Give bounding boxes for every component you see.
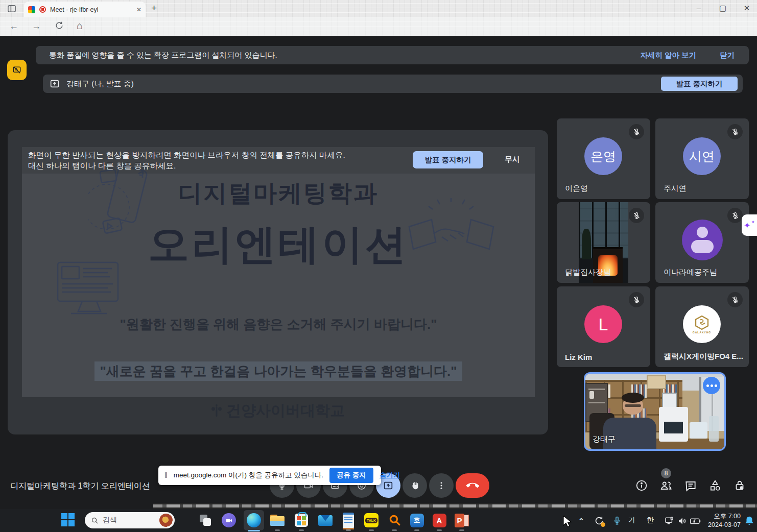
shared-screen-stage: 화면이 무한 반사되는 현상을 방지하려면 화면이나 브라우저 창의 전체를 공… xyxy=(8,130,548,434)
end-call-button[interactable] xyxy=(456,473,489,498)
hide-toast-link[interactable]: 숨기기 xyxy=(380,471,400,480)
taskbar-search-box[interactable]: 검색 xyxy=(85,512,175,528)
search-icon xyxy=(91,517,99,524)
mic-off-icon xyxy=(727,292,743,307)
notification-bell-icon[interactable] xyxy=(744,515,755,527)
avatar-person-icon xyxy=(682,220,723,260)
new-tab-button[interactable]: + xyxy=(151,3,157,14)
avatar: 시연 xyxy=(683,137,721,175)
powerpoint-icon[interactable]: P xyxy=(453,511,471,529)
participants-button[interactable] xyxy=(659,479,673,492)
start-button[interactable] xyxy=(61,513,75,526)
window-maximize-button[interactable]: ▢ xyxy=(715,1,730,15)
pause-sharing-icon[interactable]: ‖ xyxy=(164,471,168,479)
meeting-details-button[interactable] xyxy=(635,479,648,492)
tray-chevron[interactable]: ⌃ xyxy=(578,517,584,525)
tray-clock[interactable]: 오후 7:00 2024-03-07 xyxy=(703,512,741,529)
participant-name: Liz Kim xyxy=(565,353,592,361)
participant-tile[interactable]: 닭발집사장님 xyxy=(557,202,650,283)
mirror-warning-line2: 대신 하나의 탭이나 다른 창을 공유하세요. xyxy=(28,160,345,171)
university-logo-mark xyxy=(211,404,222,418)
hancom-glyph: 호 xyxy=(414,516,420,525)
tab-title: Meet - rje-ifbr-eyi xyxy=(50,6,132,13)
participant-tile[interactable]: L Liz Kim xyxy=(557,286,650,367)
browser-navbar: ← → ⌂ https://meet.google.com/rje-ifbr-e… xyxy=(0,17,757,36)
back-button[interactable]: ← xyxy=(9,20,18,32)
participant-name: 이은영 xyxy=(565,184,588,194)
volume-tray-icon[interactable] xyxy=(677,516,688,526)
presenter-self-view[interactable]: 강태구 xyxy=(584,372,726,451)
display-tray-icon[interactable] xyxy=(664,516,674,526)
tile-more-options-button[interactable] xyxy=(703,377,720,394)
ime-a-indicator[interactable]: 가 xyxy=(628,516,635,525)
window-close-button[interactable]: ✕ xyxy=(739,1,754,15)
mouse-cursor xyxy=(563,516,574,529)
acrobat-icon[interactable]: A xyxy=(430,511,448,529)
person-head-art xyxy=(623,396,643,415)
effects-sparkle-button[interactable]: ✦✦ xyxy=(742,214,757,236)
present-icon xyxy=(49,78,60,89)
activities-button[interactable] xyxy=(708,479,722,492)
extension-warning-banner: 통화 품질에 영향을 줄 수 있는 확장 프로그램이 설치되어 있습니다. 자세… xyxy=(36,46,749,64)
mirror-ignore-button[interactable]: 무시 xyxy=(505,155,520,164)
tray-date: 2024-03-07 xyxy=(703,521,741,529)
slide-title-line1: 디지털마케팅학과 xyxy=(22,178,535,209)
raise-hand-button[interactable] xyxy=(403,473,427,498)
acrobat-label: A xyxy=(437,516,442,525)
home-button[interactable]: ⌂ xyxy=(77,19,83,32)
participant-tile[interactable]: 은영 이은영 xyxy=(557,118,650,199)
mic-off-icon xyxy=(629,124,644,139)
extension-warning-icon[interactable] xyxy=(7,60,27,80)
mail-icon[interactable] xyxy=(316,511,335,529)
bottle-art xyxy=(709,416,719,442)
edge-icon[interactable] xyxy=(245,511,263,529)
mic-off-icon xyxy=(727,124,743,139)
share-toast: ‖ meet.google.com 이(가) 창을 공유하고 있습니다. 공유 … xyxy=(158,466,381,485)
stop-sharing-button[interactable]: 공유 중지 xyxy=(329,468,373,483)
browser-tab[interactable]: Meet - rje-ifbr-eyi ✕ xyxy=(24,2,146,17)
participant-tile[interactable]: GALAXYHG 갤럭시X게이밍FO4 E... xyxy=(655,286,749,367)
browser-chrome: Meet - rje-ifbr-eyi ✕ + – ▢ ✕ ← → ⌂ http… xyxy=(0,0,757,36)
running-indicator xyxy=(414,529,419,531)
mic-off-icon xyxy=(629,208,644,223)
slide-quote1: "원활한 진행을 위해 음향은 소거해 주시기 바랍니다." xyxy=(22,316,535,333)
chat-button[interactable] xyxy=(684,479,697,492)
reload-button[interactable] xyxy=(54,20,64,31)
participant-name: 주시연 xyxy=(664,184,687,194)
stop-presenting-button[interactable]: 발표 중지하기 xyxy=(661,77,738,91)
running-indicator xyxy=(392,529,397,531)
ime-han-indicator[interactable]: 한 xyxy=(647,516,654,525)
edge-active-indicator xyxy=(248,530,260,531)
mirror-stop-presenting-button[interactable]: 발표 중지하기 xyxy=(413,151,483,168)
notepad-icon[interactable] xyxy=(339,511,358,529)
forward-button[interactable]: → xyxy=(32,20,41,32)
microphone-tray-icon[interactable] xyxy=(612,515,622,526)
tab-manager-icon[interactable] xyxy=(7,4,17,14)
mirror-warning-line1: 화면이 무한 반사되는 현상을 방지하려면 화면이나 브라우저 창의 전체를 공… xyxy=(28,150,345,160)
presenting-banner: 강태구 (나, 발표 중) 발표 중지하기 xyxy=(43,75,743,93)
microsoft-store-icon[interactable] xyxy=(292,511,311,529)
window-minimize-button[interactable]: – xyxy=(691,1,706,15)
slide-footer: 건양사이버대학교 xyxy=(8,401,548,421)
more-options-button[interactable] xyxy=(429,473,454,498)
participant-tile[interactable]: 이나라에공주님 xyxy=(655,202,749,283)
kakaotalk-icon[interactable]: TALK xyxy=(362,511,381,529)
magnifier-app-icon[interactable] xyxy=(385,511,404,529)
mic-off-icon xyxy=(629,292,644,307)
hancom-icon[interactable]: 호 xyxy=(408,511,426,529)
host-controls-button[interactable] xyxy=(733,479,746,492)
teams-chat-icon[interactable] xyxy=(220,511,238,529)
task-view-button[interactable] xyxy=(196,511,215,529)
battery-tray-icon[interactable] xyxy=(690,517,702,525)
sync-tray-icon[interactable] xyxy=(594,515,605,526)
participant-tile[interactable]: 시연 주시연 xyxy=(655,118,749,199)
galaxy-hexagon-logo xyxy=(693,315,711,330)
running-indicator xyxy=(275,529,280,531)
banner-close-link[interactable]: 닫기 xyxy=(720,51,735,60)
presenter-name: 강태구 xyxy=(593,434,616,444)
close-tab-icon[interactable]: ✕ xyxy=(136,6,141,13)
file-explorer-icon[interactable] xyxy=(268,511,287,529)
presenting-text: 강태구 (나, 발표 중) xyxy=(66,79,134,89)
learn-more-link[interactable]: 자세히 알아 보기 xyxy=(640,51,696,60)
kakao-label: TALK xyxy=(365,518,377,523)
